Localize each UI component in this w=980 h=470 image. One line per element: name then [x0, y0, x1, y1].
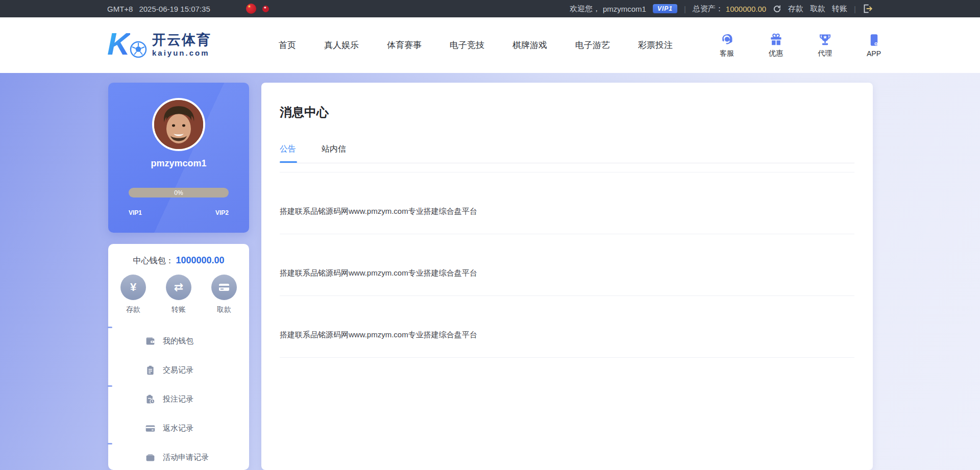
announcement-list: 搭建联系品铭源码网www.pmzym.com专业搭建综合盘平台 搭建联系品铭源码… — [280, 172, 854, 358]
quick-label: APP — [867, 50, 881, 58]
phone-icon — [867, 33, 881, 47]
nav-home[interactable]: 首页 — [279, 39, 296, 51]
announcement-row[interactable]: 搭建联系品铭源码网www.pmzym.com专业搭建综合盘平台 — [280, 234, 854, 296]
profile-card: pmzymcom1 0% VIP1 VIP2 — [108, 83, 249, 233]
wallet-actions: ¥ 存款 ⇄ 转账 取款 — [115, 275, 242, 314]
topbar-username: pmzymcom1 — [603, 5, 646, 13]
vip-next-label: VIP2 — [215, 209, 229, 216]
announcement-row[interactable]: 搭建联系品铭源码网www.pmzym.com专业搭建综合盘平台 — [280, 172, 854, 234]
card-icon — [145, 423, 156, 434]
deposit-label: 存款 — [126, 305, 140, 314]
nav-sports[interactable]: 体育赛事 — [387, 39, 422, 51]
nav-slots[interactable]: 电子游艺 — [575, 39, 610, 51]
sidebar-item-my-wallet[interactable]: 我的钱包 — [108, 327, 249, 356]
gift-icon — [769, 33, 783, 46]
announcement-text: 搭建联系品铭源码网www.pmzym.com专业搭建综合盘平台 — [280, 330, 477, 340]
announcement-row[interactable]: 搭建联系品铭源码网www.pmzym.com专业搭建综合盘平台 — [280, 296, 854, 358]
tab-announcements[interactable]: 公告 — [280, 144, 296, 162]
quick-label: 代理 — [818, 49, 832, 58]
topbar-transfer-link[interactable]: 转账 — [832, 4, 847, 14]
vip-levels-row: VIP1 VIP2 — [129, 209, 229, 216]
deposit-button[interactable]: ¥ 存款 — [115, 275, 151, 314]
sidebar-item-rebate-records[interactable]: 返水记录 — [108, 414, 249, 443]
total-assets-value: 1000000.00 — [726, 5, 766, 13]
main-nav: 首页 真人娱乐 体育赛事 电子竞技 棋牌游戏 电子游艺 彩票投注 — [279, 17, 673, 73]
logo-domain: kaiyun.com — [152, 49, 211, 57]
soccer-ball-icon: K — [107, 29, 147, 61]
sidebar-item-transaction-records[interactable]: 交易记录 — [108, 356, 249, 385]
star-flag-icon[interactable] — [262, 6, 269, 12]
nav-board-games[interactable]: 棋牌游戏 — [512, 39, 547, 51]
customer-service-icon — [720, 33, 734, 46]
bank-card-icon — [211, 275, 237, 300]
separator: | — [684, 5, 686, 13]
quick-links: 客服 优惠 — [715, 17, 886, 73]
transfer-button[interactable]: ⇄ 转账 — [161, 275, 197, 314]
withdraw-button[interactable]: 取款 — [206, 275, 242, 314]
nav-esports[interactable]: 电子竞技 — [450, 39, 484, 51]
purse-icon — [145, 452, 156, 463]
timezone-label: GMT+8 — [107, 5, 133, 13]
vip-progress-bar: 0% — [129, 188, 229, 197]
sidebar-item-activity-applications[interactable]: 活动申请记录 — [108, 443, 249, 470]
announcement-text: 搭建联系品铭源码网www.pmzym.com专业搭建综合盘平台 — [280, 268, 477, 278]
quick-label: 优惠 — [769, 49, 783, 58]
quick-app[interactable]: APP — [862, 33, 886, 58]
logout-icon[interactable] — [863, 4, 873, 13]
message-center-panel: 消息中心 公告 站内信 搭建联系品铭源码网www.pmzym.com专业搭建综合… — [261, 83, 873, 470]
tab-divider — [280, 163, 854, 163]
central-wallet-label: 中心钱包： — [133, 256, 174, 266]
separator: | — [854, 5, 856, 13]
quick-label: 客服 — [720, 49, 734, 58]
sidebar-item-betting-records[interactable]: 投注记录 — [108, 385, 249, 414]
profile-username: pmzymcom1 — [108, 158, 249, 169]
yen-icon: ¥ — [120, 275, 146, 300]
china-flag-icon[interactable] — [246, 4, 256, 14]
page: GMT+8 2025-06-19 15:07:35 欢迎您， pmzymcom1… — [0, 0, 980, 470]
quick-promotions[interactable]: 优惠 — [764, 33, 788, 58]
wallet-card: 中心钱包： 1000000.00 ¥ 存款 ⇄ 转账 — [108, 244, 249, 470]
central-wallet-row: 中心钱包： 1000000.00 — [108, 255, 249, 266]
nav-lottery[interactable]: 彩票投注 — [638, 39, 673, 51]
total-assets-label: 总资产： — [693, 4, 723, 14]
central-wallet-amount: 1000000.00 — [176, 255, 224, 266]
topbar-withdraw-link[interactable]: 取款 — [810, 4, 825, 14]
quick-agent[interactable]: 代理 — [813, 33, 837, 58]
tab-inbox[interactable]: 站内信 — [322, 144, 346, 162]
clipboard-clock-icon — [145, 394, 156, 405]
topbar-left: GMT+8 2025-06-19 15:07:35 — [107, 4, 269, 14]
vip-current-label: VIP1 — [129, 209, 142, 216]
wallet-icon — [145, 336, 156, 347]
message-tabs: 公告 站内信 — [280, 144, 346, 162]
header: K 开云体育 kaiyun.com 首页 真人娱乐 体育赛事 电子竞技 棋牌游戏… — [0, 17, 980, 73]
logo-title: 开云体育 — [152, 33, 211, 47]
refresh-icon[interactable] — [773, 5, 781, 13]
user-avatar[interactable] — [152, 98, 205, 151]
topbar-deposit-link[interactable]: 存款 — [788, 4, 803, 14]
site-logo[interactable]: K 开云体育 kaiyun.com — [107, 29, 211, 61]
quick-customer-service[interactable]: 客服 — [715, 33, 739, 58]
topbar-right: 欢迎您， pmzymcom1 VIP1 | 总资产： 1000000.00 存款… — [570, 4, 873, 14]
withdraw-label: 取款 — [217, 305, 231, 314]
vip-progress-label: 0% — [129, 188, 229, 197]
transfer-arrows-icon: ⇄ — [166, 275, 191, 300]
vip-badge[interactable]: VIP1 — [653, 4, 677, 13]
page-title: 消息中心 — [280, 104, 329, 120]
welcome-label: 欢迎您， — [570, 4, 600, 14]
topbar: GMT+8 2025-06-19 15:07:35 欢迎您， pmzymcom1… — [0, 0, 980, 17]
trophy-icon — [818, 33, 832, 46]
sidebar-menu: 我的钱包 交易记录 — [108, 327, 249, 470]
clipboard-icon — [145, 365, 156, 376]
announcement-text: 搭建联系品铭源码网www.pmzym.com专业搭建综合盘平台 — [280, 207, 477, 216]
nav-live-casino[interactable]: 真人娱乐 — [324, 39, 359, 51]
transfer-label: 转账 — [172, 305, 186, 314]
datetime-label: 2025-06-19 15:07:35 — [139, 5, 210, 13]
